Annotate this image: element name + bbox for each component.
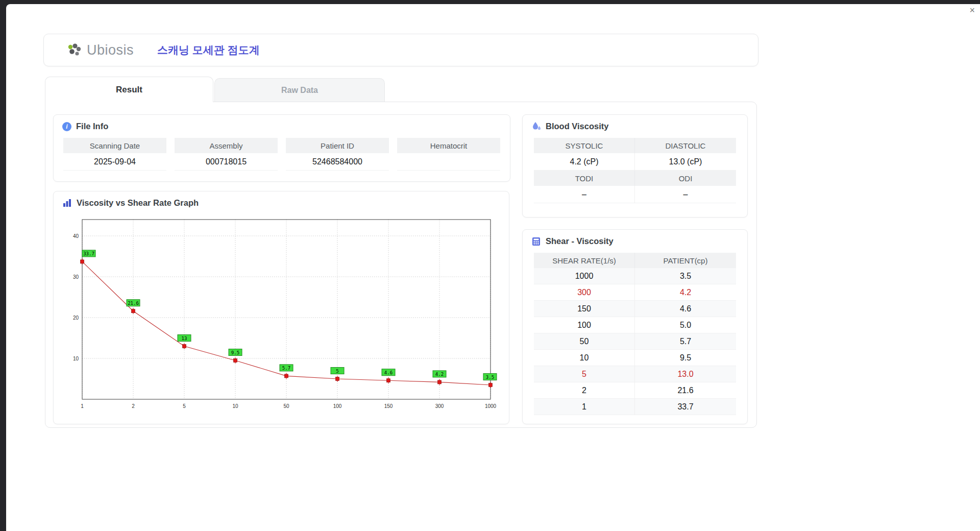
blood-viscosity-title: Blood Viscosity [523,115,747,137]
cell-patient: 3.5 [635,268,736,284]
cell-patient: 4.2 [635,284,736,300]
bv-odi-value: – [635,186,736,203]
svg-text:150: 150 [384,403,393,409]
cell-shear-rate: 300 [534,284,635,300]
table-row: 150 4.6 [534,301,736,317]
field-label: Assembly [175,138,278,153]
file-info-field: Patient ID 52468584000 [286,138,389,171]
ubiosis-logo: Ubiosis [65,42,134,58]
bv-todi-value: – [534,186,635,203]
svg-text:50: 50 [283,403,289,409]
svg-text:9.5: 9.5 [231,350,239,355]
svg-text:5: 5 [183,403,186,409]
svg-text:5.7: 5.7 [282,366,290,371]
bv-odi-label: ODI [635,171,736,186]
cell-patient: 21.6 [635,382,736,398]
table-row: 1000 3.5 [534,268,736,284]
brand-text: Ubiosis [87,42,134,58]
table-row: 50 5.7 [534,333,736,350]
chart-area: 33.721.6139.55.754.64.23.512510501001503… [54,213,509,418]
svg-text:3.5: 3.5 [486,375,494,380]
logo-mark-icon [65,42,83,58]
app-title: 스캐닝 모세관 점도계 [157,43,260,57]
tab-result[interactable]: Result [45,77,213,102]
table-header-row: SHEAR RATE(1/s) PATIENT(cp) [534,253,736,268]
field-label: Patient ID [286,138,389,153]
svg-text:33.7: 33.7 [83,251,94,256]
cell-shear-rate: 2 [534,382,635,398]
cell-shear-rate: 50 [534,333,635,349]
blood-viscosity-title-text: Blood Viscosity [546,122,608,131]
svg-text:4.2: 4.2 [435,372,444,377]
table-row: 2 21.6 [534,382,736,399]
bv-diastolic-label: DIASTOLIC [635,138,736,153]
table-row: 1 33.7 [534,399,736,415]
svg-text:30: 30 [73,274,79,280]
field-label: Scanning Date [63,138,166,153]
result-panel: i File Info Scanning Date 2025-09-04 Ass… [45,102,757,428]
file-info-title-text: File Info [76,122,108,131]
viscosity-chart: 33.721.6139.55.754.64.23.512510501001503… [64,215,499,416]
field-value: 2025-09-04 [63,153,166,171]
droplet-icon [531,122,541,131]
cell-patient: 9.5 [635,350,736,366]
viscosity-graph-card: Viscosity vs Shear Rate Graph 33.721.613… [53,191,509,424]
shear-viscosity-title-text: Shear - Viscosity [546,236,614,246]
field-value: 000718015 [175,153,278,171]
table-row: 300 4.2 [534,284,736,301]
app-window: × Ubiosis 스캐닝 모세관 점도계 Result Raw Data i [6,4,980,531]
file-info-field: Hematocrit [397,138,500,171]
graph-title: Viscosity vs Shear Rate Graph [54,191,509,213]
graph-title-text: Viscosity vs Shear Rate Graph [77,198,199,208]
cell-shear-rate: 5 [534,366,635,382]
bv-systolic-label: SYSTOLIC [534,138,635,153]
svg-text:40: 40 [73,233,79,239]
field-label: Hematocrit [397,138,500,153]
file-info-title: i File Info [54,115,510,137]
cell-shear-rate: 1000 [534,268,635,284]
close-icon[interactable]: × [969,5,975,15]
header-card: Ubiosis 스캐닝 모세관 점도계 [43,34,758,66]
shear-viscosity-card: Shear - Viscosity SHEAR RATE(1/s) PATIEN… [522,229,748,424]
file-info-fields: Scanning Date 2025-09-04 Assembly 000718… [54,137,510,171]
svg-text:20: 20 [73,315,79,321]
svg-text:4.6: 4.6 [384,370,393,375]
field-value: 52468584000 [286,153,389,171]
blood-viscosity-grid: SYSTOLIC DIASTOLIC 4.2 (cP) 13.0 (cP) TO… [534,138,736,203]
blood-viscosity-card: Blood Viscosity SYSTOLIC DIASTOLIC 4.2 (… [522,114,748,218]
cell-patient: 4.6 [635,301,736,317]
table-body: 1000 3.5 300 4.2 150 4.6 100 5.0 50 [534,268,736,415]
svg-text:1: 1 [81,403,84,409]
bar-chart-icon [62,198,72,208]
bv-systolic-value: 4.2 (cP) [534,153,635,171]
table-row: 10 9.5 [534,350,736,366]
bv-todi-label: TODI [534,171,635,186]
cell-patient: 33.7 [635,399,736,415]
svg-text:1000: 1000 [485,403,497,409]
table-row: 100 5.0 [534,317,736,333]
svg-text:300: 300 [435,403,444,409]
tab-raw-data[interactable]: Raw Data [214,78,385,102]
table-row: 5 13.0 [534,366,736,382]
file-info-field: Assembly 000718015 [175,138,278,171]
cell-patient: 5.0 [635,317,736,333]
calculator-icon [531,236,541,246]
svg-text:2: 2 [132,403,135,409]
cell-patient: 13.0 [635,366,736,382]
bv-diastolic-value: 13.0 (cP) [635,153,736,171]
cell-shear-rate: 1 [534,399,635,415]
cell-shear-rate: 100 [534,317,635,333]
cell-shear-rate: 10 [534,350,635,366]
svg-text:10: 10 [73,356,79,361]
svg-text:10: 10 [232,403,238,409]
col-patient: PATIENT(cp) [635,253,736,268]
cell-patient: 5.7 [635,333,736,349]
file-info-field: Scanning Date 2025-09-04 [63,138,166,171]
svg-text:21.6: 21.6 [128,301,139,306]
svg-text:100: 100 [333,403,342,409]
shear-viscosity-table: SHEAR RATE(1/s) PATIENT(cp) 1000 3.5 300… [534,253,736,415]
col-shear-rate: SHEAR RATE(1/s) [534,253,635,268]
shear-viscosity-title: Shear - Viscosity [523,230,747,252]
svg-text:13: 13 [182,336,187,341]
svg-text:5: 5 [336,369,338,374]
